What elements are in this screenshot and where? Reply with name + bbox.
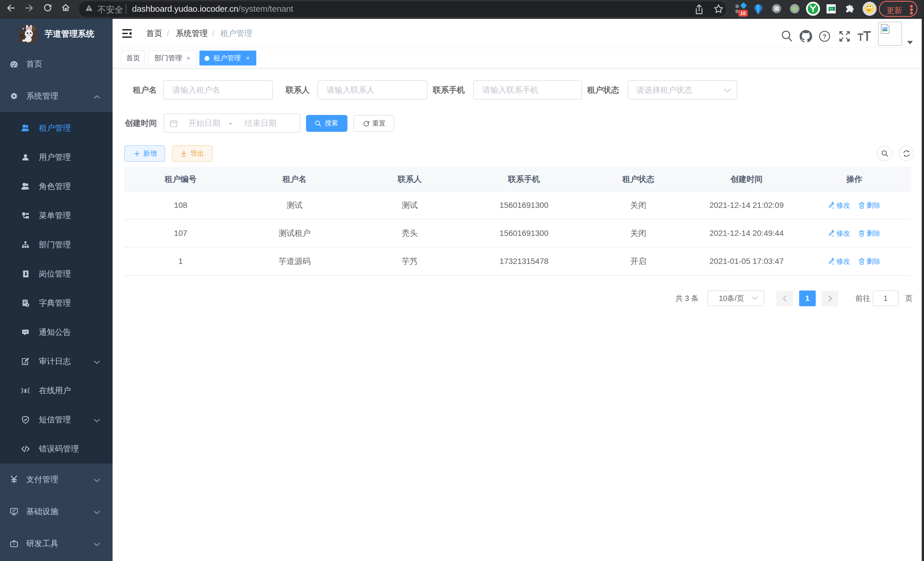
svg-text:?: ? [823,33,826,40]
svg-text:10: 10 [740,11,746,16]
